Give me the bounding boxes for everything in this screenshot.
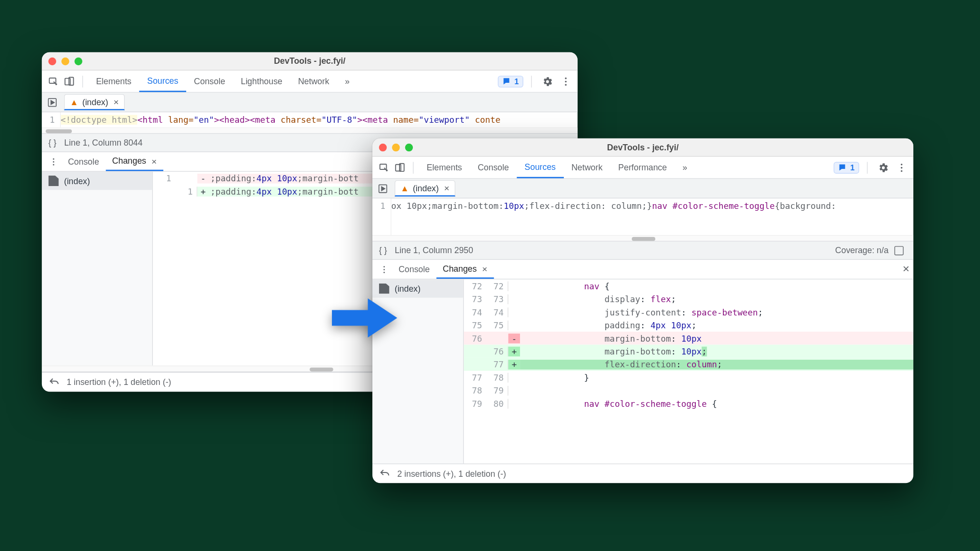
issues-count: 1 xyxy=(514,77,519,86)
drawer-tabstrip: Console Changes × × xyxy=(372,260,913,279)
line-number: 1 xyxy=(372,198,391,235)
diff-row: 7373 display: flex; xyxy=(464,293,913,305)
diff-old-line-num: 73 xyxy=(464,294,486,304)
window-title: DevTools - jec.fyi/ xyxy=(372,142,913,152)
changes-footer: 2 insertions (+), 1 deletion (-) xyxy=(372,463,913,483)
svg-point-7 xyxy=(53,158,54,159)
pretty-print-icon[interactable]: { } xyxy=(379,246,387,256)
svg-point-13 xyxy=(901,163,903,165)
tab-sources[interactable]: Sources xyxy=(517,157,563,178)
tab-elements[interactable]: Elements xyxy=(88,70,139,92)
svg-point-14 xyxy=(901,167,903,168)
run-snippet-icon[interactable] xyxy=(44,94,60,110)
diff-row: 76+ margin-bottom: 10px; xyxy=(464,344,913,357)
kebab-menu-icon[interactable] xyxy=(894,159,910,175)
traffic-zoom-icon[interactable] xyxy=(74,57,82,65)
revert-icon[interactable] xyxy=(379,468,391,480)
svg-point-3 xyxy=(565,77,567,79)
titlebar[interactable]: DevTools - jec.fyi/ xyxy=(42,52,578,70)
svg-point-15 xyxy=(901,170,903,172)
horizontal-scrollbar[interactable] xyxy=(372,235,913,242)
more-tabs-button[interactable]: » xyxy=(337,70,358,92)
device-toolbar-icon[interactable] xyxy=(61,73,77,89)
close-icon[interactable]: × xyxy=(151,156,157,166)
diff-new-line-num: 75 xyxy=(486,320,509,330)
diff-content xyxy=(520,385,913,395)
issues-badge[interactable]: 1 xyxy=(834,162,859,174)
settings-gear-icon[interactable] xyxy=(540,73,555,89)
diff-new-line-num: 79 xyxy=(486,385,509,395)
traffic-close-icon[interactable] xyxy=(49,57,56,65)
settings-gear-icon[interactable] xyxy=(875,159,891,175)
traffic-close-icon[interactable] xyxy=(379,143,387,151)
issues-badge[interactable]: 1 xyxy=(498,75,523,87)
more-tabs-button[interactable]: » xyxy=(675,157,695,178)
diff-row: 7879 xyxy=(464,384,913,397)
code-editor[interactable]: 1 ox 10px;margin-bottom:10px;flex-direct… xyxy=(372,198,913,235)
drawer-tab-changes[interactable]: Changes × xyxy=(106,152,163,171)
inspect-icon[interactable] xyxy=(376,159,392,175)
pretty-print-icon[interactable]: { } xyxy=(49,138,57,148)
kebab-menu-icon[interactable] xyxy=(558,73,574,89)
diff-old-line-num: 75 xyxy=(464,320,486,330)
close-icon[interactable]: × xyxy=(113,97,119,107)
drawer-close-icon[interactable]: × xyxy=(902,263,909,276)
window-title: DevTools - jec.fyi/ xyxy=(42,56,578,66)
horizontal-scrollbar[interactable] xyxy=(42,128,578,134)
traffic-minimize-icon[interactable] xyxy=(392,143,400,151)
diff-content: margin-bottom: 10px xyxy=(520,333,913,343)
diff-content: display: flex; xyxy=(520,294,913,304)
arrow-icon xyxy=(332,295,397,341)
drawer-tab-changes[interactable]: Changes × xyxy=(436,260,494,279)
tab-console[interactable]: Console xyxy=(186,70,233,92)
diff-old-line-num: 79 xyxy=(464,399,486,409)
tab-performance[interactable]: Performance xyxy=(610,157,675,178)
close-icon[interactable]: × xyxy=(444,183,449,193)
file-tab-label: (index) xyxy=(82,97,109,107)
drawer-tab-console[interactable]: Console xyxy=(392,260,436,279)
file-tab-index[interactable]: ▲ (index) × xyxy=(64,94,124,110)
drawer-kebab-icon[interactable] xyxy=(376,261,392,277)
cursor-position: Line 1, Column 2950 xyxy=(395,246,473,256)
revert-icon[interactable] xyxy=(49,376,60,388)
diff-line-num: 1 xyxy=(153,173,175,183)
diff-new-line-num: 78 xyxy=(486,373,509,383)
tab-lighthouse[interactable]: Lighthouse xyxy=(233,70,290,92)
file-tab-index[interactable]: ▲ (index) × xyxy=(395,180,455,197)
file-tabstrip: ▲ (index) × xyxy=(372,179,913,198)
device-toolbar-icon[interactable] xyxy=(392,159,408,175)
main-toolbar: Elements Sources Console Lighthouse Netw… xyxy=(42,70,578,93)
diff-row: 7474 justify-content: space-between; xyxy=(464,305,913,318)
main-toolbar: Elements Console Sources Network Perform… xyxy=(372,157,913,179)
diff-line-num: 1 xyxy=(175,187,198,197)
diff-old-line-num: 74 xyxy=(464,307,486,317)
tab-console[interactable]: Console xyxy=(470,157,517,178)
drawer-kebab-icon[interactable] xyxy=(46,154,61,169)
inspect-icon[interactable] xyxy=(46,73,61,89)
svg-rect-1 xyxy=(65,78,70,85)
svg-point-18 xyxy=(383,269,385,270)
changes-summary: 1 insertion (+), 1 deletion (-) xyxy=(67,377,171,387)
diff-old-line-num: 78 xyxy=(464,385,486,395)
traffic-minimize-icon[interactable] xyxy=(61,57,69,65)
titlebar[interactable]: DevTools - jec.fyi/ xyxy=(372,138,913,157)
diff-view[interactable]: 7272 nav {7373 display: flex;7474 justif… xyxy=(464,279,913,463)
file-icon xyxy=(379,283,390,294)
cursor-position: Line 1, Column 8044 xyxy=(64,138,143,148)
diff-content: flex-direction: column; xyxy=(520,359,913,369)
coverage-toggle-icon[interactable] xyxy=(891,243,907,258)
drawer-tab-label: Changes xyxy=(443,264,477,274)
diff-content: padding: 4px 10px; xyxy=(520,320,913,330)
run-snippet-icon[interactable] xyxy=(375,180,391,196)
traffic-zoom-icon[interactable] xyxy=(405,143,413,151)
diff-sign-plus: + xyxy=(197,187,209,197)
code-editor[interactable]: 1 <!doctype html><html lang="en"><head><… xyxy=(42,112,578,128)
changed-file-item[interactable]: (index) xyxy=(42,172,152,190)
close-icon[interactable]: × xyxy=(482,264,487,274)
tab-network[interactable]: Network xyxy=(564,157,610,178)
drawer-tab-console[interactable]: Console xyxy=(61,152,106,171)
tab-sources[interactable]: Sources xyxy=(140,70,186,92)
tab-elements[interactable]: Elements xyxy=(419,157,470,178)
status-bar: { } Line 1, Column 2950 Coverage: n/a xyxy=(372,242,913,260)
tab-network[interactable]: Network xyxy=(290,70,337,92)
